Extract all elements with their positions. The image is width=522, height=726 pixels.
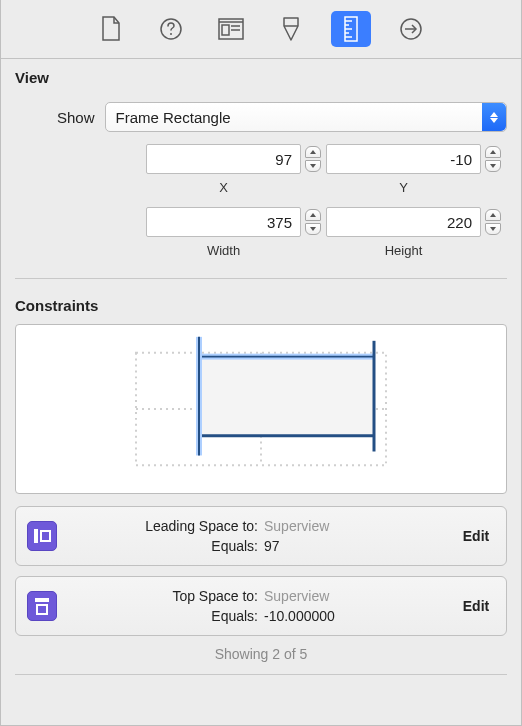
top-relation-label: Equals: bbox=[211, 608, 258, 624]
svg-rect-28 bbox=[37, 605, 47, 614]
leading-relation-label: Equals: bbox=[211, 538, 258, 554]
svg-point-1 bbox=[170, 33, 172, 35]
top-value: -10.000000 bbox=[264, 608, 335, 624]
leading-edit-button[interactable]: Edit bbox=[446, 528, 506, 544]
tab-size[interactable] bbox=[331, 11, 371, 47]
show-label: Show bbox=[57, 109, 95, 126]
svg-rect-25 bbox=[34, 529, 38, 543]
top-constraint-icon bbox=[27, 591, 57, 621]
height-field[interactable]: 220 bbox=[326, 207, 481, 237]
height-stepper[interactable] bbox=[485, 208, 501, 236]
constraints-diagram[interactable] bbox=[15, 324, 507, 494]
tab-help[interactable] bbox=[151, 11, 191, 47]
show-popup[interactable]: Frame Rectangle bbox=[105, 102, 507, 132]
size-inspector-panel: View Show Frame Rectangle 97 -10 X Y 375… bbox=[0, 0, 522, 726]
leading-value: 97 bbox=[264, 538, 280, 554]
leading-label: Leading Space to: bbox=[145, 518, 258, 534]
tab-file[interactable] bbox=[91, 11, 131, 47]
svg-rect-3 bbox=[222, 25, 229, 35]
constraint-row-leading[interactable]: Leading Space to: Equals: Superview 97 E… bbox=[15, 506, 507, 566]
y-caption: Y bbox=[326, 180, 481, 195]
top-edit-button[interactable]: Edit bbox=[446, 598, 506, 614]
view-section-title: View bbox=[1, 59, 521, 90]
constraint-row-top[interactable]: Top Space to: Equals: Superview -10.0000… bbox=[15, 576, 507, 636]
tab-connections[interactable] bbox=[391, 11, 431, 47]
width-stepper[interactable] bbox=[305, 208, 321, 236]
popup-arrows-icon bbox=[482, 103, 506, 131]
svg-rect-27 bbox=[35, 598, 49, 602]
tab-attributes[interactable] bbox=[271, 11, 311, 47]
width-caption: Width bbox=[146, 243, 301, 258]
svg-rect-18 bbox=[199, 357, 374, 436]
leading-target: Superview bbox=[264, 518, 329, 534]
svg-rect-26 bbox=[41, 531, 50, 541]
tab-identity[interactable] bbox=[211, 11, 251, 47]
show-popup-value: Frame Rectangle bbox=[116, 109, 231, 126]
leading-constraint-icon bbox=[27, 521, 57, 551]
x-caption: X bbox=[146, 180, 301, 195]
top-target: Superview bbox=[264, 588, 329, 604]
inspector-toolbar bbox=[1, 0, 521, 59]
constraints-section-title: Constraints bbox=[1, 287, 521, 318]
top-label: Top Space to: bbox=[172, 588, 258, 604]
height-caption: Height bbox=[326, 243, 481, 258]
width-field[interactable]: 375 bbox=[146, 207, 301, 237]
y-stepper[interactable] bbox=[485, 145, 501, 173]
y-field[interactable]: -10 bbox=[326, 144, 481, 174]
x-stepper[interactable] bbox=[305, 145, 321, 173]
constraints-footer: Showing 2 of 5 bbox=[1, 646, 521, 662]
x-field[interactable]: 97 bbox=[146, 144, 301, 174]
